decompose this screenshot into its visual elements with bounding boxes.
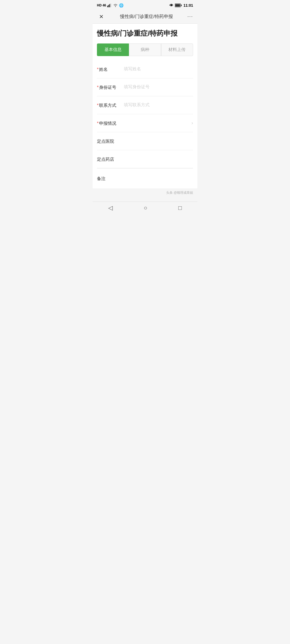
svg-point-4: [115, 6, 116, 7]
svg-rect-2: [109, 4, 110, 7]
remarks-field-row: 备注: [97, 169, 193, 188]
main-content: 慢性病/门诊重症/特药申报 基本信息 病种 材料上传: [93, 24, 197, 60]
hospital-label: 定点医院: [97, 138, 121, 145]
contact-placeholder: 填写联系方式: [124, 103, 150, 107]
report-status-arrow-icon: ›: [189, 120, 193, 126]
svg-rect-0: [107, 6, 108, 7]
contact-required-mark: *: [97, 103, 99, 108]
name-label: *姓名: [97, 66, 121, 73]
hospital-field-row: 定点医院: [97, 132, 193, 150]
tab-basic-info[interactable]: 基本信息: [97, 43, 129, 56]
bottom-nav: ◁ ○ □: [93, 202, 197, 216]
id-required-mark: *: [97, 85, 99, 90]
close-button[interactable]: ✕: [97, 13, 106, 20]
svg-rect-6: [181, 5, 182, 6]
signal-icon: [107, 3, 112, 7]
watermark: 头条 @顺理成章姐: [93, 188, 197, 196]
report-status-required-mark: *: [97, 121, 99, 126]
id-number-field-row: *身份证号 填写身份证号: [97, 78, 193, 96]
nav-title: 慢性病/门诊重症/特药申报: [106, 13, 187, 20]
name-input-area[interactable]: 填写姓名: [121, 66, 193, 72]
tab-upload[interactable]: 材料上传: [161, 43, 193, 56]
status-bar: HD 46 🌐 👁 11:01: [93, 0, 197, 10]
report-status-label: *申报情况: [97, 120, 121, 127]
name-placeholder: 填写姓名: [124, 67, 141, 71]
svg-rect-3: [110, 3, 111, 7]
page-title: 慢性病/门诊重症/特药申报: [97, 29, 193, 38]
contact-label: *联系方式: [97, 102, 121, 109]
pharmacy-label: 定点药店: [97, 156, 121, 163]
back-button[interactable]: ◁: [108, 204, 113, 211]
home-button[interactable]: ○: [144, 204, 147, 211]
name-field-row: *姓名 填写姓名: [97, 60, 193, 78]
more-options-button[interactable]: ···: [187, 14, 193, 19]
remarks-label: 备注: [97, 175, 121, 182]
contact-field-row: *联系方式 填写联系方式: [97, 96, 193, 114]
status-left: HD 46 🌐: [97, 3, 124, 8]
tab-disease[interactable]: 病种: [129, 43, 161, 56]
report-status-field-row[interactable]: *申报情况 ›: [97, 114, 193, 132]
pharmacy-field-row: 定点药店: [97, 150, 193, 168]
svg-rect-7: [175, 4, 180, 7]
svg-rect-1: [108, 5, 109, 7]
battery-icon: [175, 3, 182, 7]
time-display: 11:01: [183, 3, 193, 8]
status-right: 👁 11:01: [169, 3, 193, 8]
recents-button[interactable]: □: [178, 204, 182, 211]
name-required-mark: *: [97, 67, 99, 72]
form-section: *姓名 填写姓名 *身份证号 填写身份证号 *联系方式 填写联系方式 *申报情况…: [93, 60, 197, 188]
id-number-placeholder: 填写身份证号: [124, 85, 150, 89]
tab-bar: 基本信息 病种 材料上传: [97, 43, 193, 56]
carrier-label: HD 46: [97, 3, 106, 7]
wifi-icon: [113, 3, 118, 7]
nav-bar: ✕ 慢性病/门诊重症/特药申报 ···: [93, 10, 197, 24]
id-number-input-area[interactable]: 填写身份证号: [121, 84, 193, 90]
contact-input-area[interactable]: 填写联系方式: [121, 102, 193, 108]
eye-icon: 👁: [169, 3, 173, 8]
id-number-label: *身份证号: [97, 84, 121, 91]
globe-icon: 🌐: [119, 3, 124, 8]
